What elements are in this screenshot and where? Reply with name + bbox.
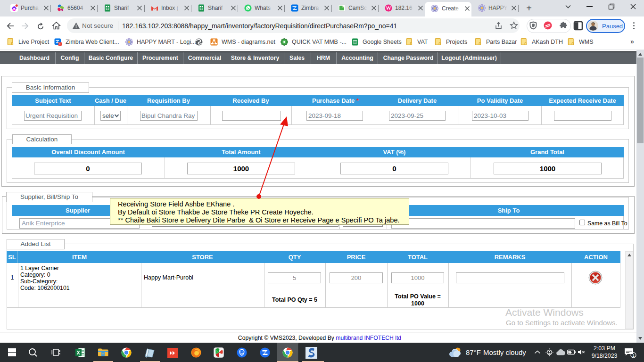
- svg-text:1: 1: [59, 42, 61, 46]
- svg-text:1: 1: [632, 353, 635, 358]
